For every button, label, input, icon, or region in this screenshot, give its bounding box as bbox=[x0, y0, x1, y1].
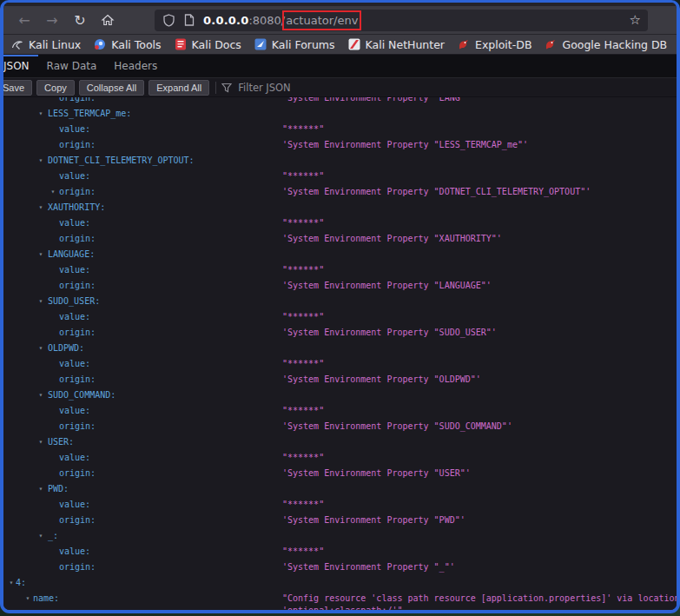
bookmark-kali-nethunter[interactable]: Kali NetHunter bbox=[348, 38, 445, 51]
json-value: "******" bbox=[282, 309, 324, 325]
json-tree-row[interactable]: origin:'System Environment Property "OLD… bbox=[3, 372, 677, 387]
json-tree-row[interactable]: ▾PWD: bbox=[3, 481, 677, 497]
json-value: "Config resource 'class path resource [a… bbox=[282, 591, 677, 610]
kali-nethunter-icon bbox=[348, 38, 360, 50]
twisty-collapse-icon[interactable]: ▾ bbox=[36, 294, 45, 309]
twisty-collapse-icon[interactable]: ▾ bbox=[7, 575, 16, 591]
json-tree-row[interactable]: value:"******" bbox=[3, 544, 677, 560]
bookmark-label: Kali Linux bbox=[29, 38, 81, 51]
back-icon[interactable]: ← bbox=[12, 10, 36, 30]
twisty-collapse-icon[interactable]: ▾ bbox=[36, 387, 45, 403]
json-tree-row[interactable]: value:"******" bbox=[3, 450, 677, 466]
json-tree-row[interactable]: ▾_: bbox=[3, 528, 677, 544]
json-tree-row[interactable]: origin:'System Environment Property "PWD… bbox=[3, 513, 677, 528]
json-value: 'System Environment Property "LESS_TERMC… bbox=[282, 137, 528, 153]
bookmark-kali-docs[interactable]: Kali Docs bbox=[175, 38, 241, 51]
json-tree-row[interactable]: origin:'System Environment Property "LAN… bbox=[3, 278, 677, 294]
json-key: value: bbox=[59, 450, 90, 466]
twisty-collapse-icon[interactable]: ▾ bbox=[36, 434, 45, 450]
bookmark-kali-linux[interactable]: Kali Linux bbox=[11, 38, 81, 51]
twisty-collapse-icon[interactable]: ▾ bbox=[36, 200, 45, 215]
json-value: 'System Environment Property "SUDO_USER"… bbox=[282, 325, 497, 341]
json-tree-row[interactable]: value:"******" bbox=[3, 403, 677, 419]
json-key: name: bbox=[33, 591, 59, 606]
json-tree-row[interactable]: ▾USER: bbox=[3, 434, 677, 450]
url-text[interactable]: 0.0.0.0:8080/actuator/env bbox=[203, 14, 358, 27]
filter-json-input[interactable]: Filter JSON bbox=[221, 82, 290, 94]
twisty-collapse-icon[interactable]: ▾ bbox=[36, 106, 45, 122]
home-icon[interactable] bbox=[96, 10, 120, 30]
twisty-collapse-icon[interactable]: ▾ bbox=[23, 591, 32, 606]
json-value: 'System Environment Property "LANGUAGE"' bbox=[282, 278, 492, 294]
json-value: 'System Environment Property "XAUTHORITY… bbox=[282, 231, 502, 247]
json-tree-row[interactable]: origin:'System Environment Property "LAN… bbox=[3, 97, 677, 106]
json-tree-row[interactable]: origin:'System Environment Property "_"' bbox=[3, 560, 677, 575]
json-key: SUDO_COMMAND: bbox=[48, 387, 116, 403]
copy-button[interactable]: Copy bbox=[36, 80, 75, 96]
json-key: origin: bbox=[59, 278, 96, 294]
bookmark-kali-tools[interactable]: Kali Tools bbox=[94, 38, 161, 51]
navigation-toolbar: ← → ↻ 0.0.0.0:8080/actuator/env ☆ bbox=[3, 6, 677, 35]
filter-placeholder: Filter JSON bbox=[238, 82, 290, 94]
json-tree-row[interactable]: ▾XAUTHORITY: bbox=[3, 200, 677, 215]
json-tree-row[interactable]: ▾SUDO_COMMAND: bbox=[3, 387, 677, 403]
expand-all-button[interactable]: Expand All bbox=[149, 80, 209, 96]
json-tree-row[interactable]: value:"******" bbox=[3, 356, 677, 372]
forward-icon[interactable]: → bbox=[40, 10, 64, 30]
json-tree-row[interactable]: value:"******" bbox=[3, 262, 677, 278]
url-bar[interactable]: 0.0.0.0:8080/actuator/env ☆ bbox=[155, 10, 648, 31]
json-tree-row[interactable]: origin:'System Environment Property "LES… bbox=[3, 137, 677, 153]
json-key: value: bbox=[59, 262, 90, 278]
bookmark-google-hacking-db[interactable]: Google Hacking DB bbox=[545, 38, 667, 51]
json-tree-row[interactable]: origin:'System Environment Property "XAU… bbox=[3, 231, 677, 247]
json-value: "******" bbox=[282, 215, 324, 231]
json-tree-row[interactable]: ▾origin:'System Environment Property "DO… bbox=[3, 184, 677, 200]
json-value: 'System Environment Property "SUDO_COMMA… bbox=[282, 419, 512, 434]
save-button[interactable]: Save bbox=[3, 80, 32, 96]
json-tree-row[interactable]: value:"******" bbox=[3, 497, 677, 513]
twisty-collapse-icon[interactable]: ▾ bbox=[36, 247, 45, 262]
reload-icon[interactable]: ↻ bbox=[68, 10, 92, 30]
json-key: LESS_TERMCAP_me: bbox=[48, 106, 131, 122]
tab-json[interactable]: JSON bbox=[3, 55, 38, 77]
bookmark-exploit-db[interactable]: Exploit-DB bbox=[458, 38, 531, 51]
bookmark-kali-forums[interactable]: Kali Forums bbox=[254, 38, 335, 51]
json-tree-row[interactable]: value:"******" bbox=[3, 215, 677, 231]
tab-headers[interactable]: Headers bbox=[105, 55, 166, 77]
json-tree-row[interactable]: value:"******" bbox=[3, 309, 677, 325]
json-key: DOTNET_CLI_TELEMETRY_OPTOUT: bbox=[48, 153, 195, 169]
json-value: 'System Environment Property "LANG"' bbox=[282, 97, 471, 106]
json-tree-row[interactable]: ▾LANGUAGE: bbox=[3, 247, 677, 262]
json-key: origin: bbox=[59, 419, 96, 434]
json-tree-row[interactable]: ▾name:"Config resource 'class path resou… bbox=[3, 591, 677, 610]
collapse-all-button[interactable]: Collapse All bbox=[79, 80, 144, 96]
twisty-collapse-icon[interactable]: ▾ bbox=[49, 184, 57, 200]
json-tree-row[interactable]: origin:'System Environment Property "SUD… bbox=[3, 419, 677, 434]
json-key: OLDPWD: bbox=[48, 341, 84, 356]
json-tree-row[interactable]: origin:'System Environment Property "USE… bbox=[3, 466, 677, 481]
json-tree-row[interactable]: origin:'System Environment Property "SUD… bbox=[3, 325, 677, 341]
json-tree-row[interactable]: ▾SUDO_USER: bbox=[3, 294, 677, 309]
json-tree-row[interactable]: ▾OLDPWD: bbox=[3, 341, 677, 356]
json-viewer-toolbar: Save Copy Collapse All Expand All Filter… bbox=[3, 78, 677, 97]
twisty-collapse-icon[interactable]: ▾ bbox=[36, 341, 45, 356]
json-key: XAUTHORITY: bbox=[48, 200, 105, 215]
json-value: "******" bbox=[282, 403, 324, 419]
json-key: origin: bbox=[59, 184, 96, 200]
json-value: "******" bbox=[282, 169, 324, 184]
twisty-collapse-icon[interactable]: ▾ bbox=[36, 481, 45, 497]
page-info-icon[interactable] bbox=[182, 13, 196, 27]
tab-raw-data[interactable]: Raw Data bbox=[38, 55, 106, 77]
json-tree-row[interactable]: ▾LESS_TERMCAP_me: bbox=[3, 106, 677, 122]
shield-permissions-icon[interactable] bbox=[162, 13, 175, 27]
json-tree-row[interactable]: ▾DOTNET_CLI_TELEMETRY_OPTOUT: bbox=[3, 153, 677, 169]
json-tree-row[interactable]: value:"******" bbox=[3, 122, 677, 137]
json-tree-row[interactable]: ▾4: bbox=[3, 575, 677, 591]
json-tree-row[interactable]: value:"******" bbox=[3, 169, 677, 184]
google-hacking-db-icon bbox=[545, 38, 557, 50]
json-key: value: bbox=[59, 169, 90, 184]
bookmark-star-icon[interactable]: ☆ bbox=[630, 12, 641, 28]
twisty-collapse-icon[interactable]: ▾ bbox=[36, 153, 45, 169]
json-key: SUDO_USER: bbox=[48, 294, 100, 309]
twisty-collapse-icon[interactable]: ▾ bbox=[36, 528, 45, 544]
